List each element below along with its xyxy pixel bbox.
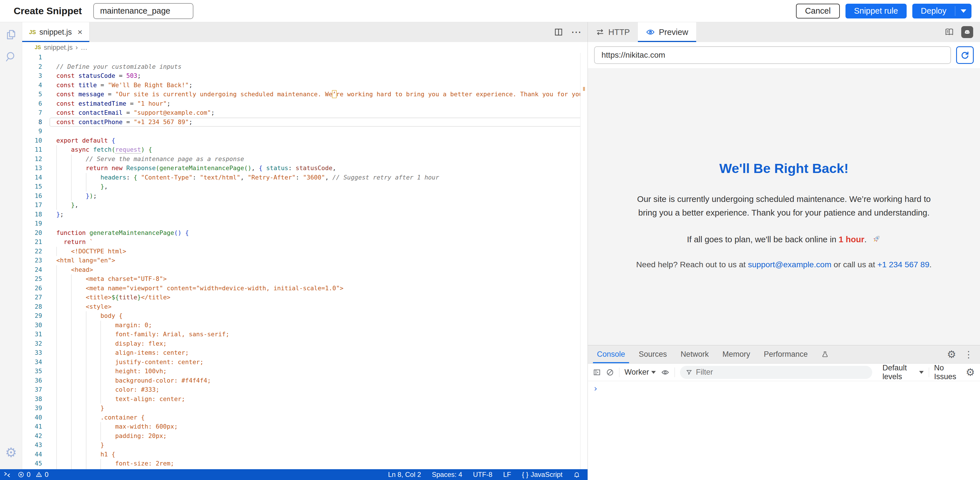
code-line[interactable]: 10export default { <box>22 136 587 146</box>
tab-sources[interactable]: Sources <box>632 345 674 363</box>
code-line[interactable]: 41max-width: 600px; <box>22 422 587 431</box>
code-line[interactable]: 19 <box>22 219 587 228</box>
search-icon[interactable] <box>5 51 18 63</box>
code-line[interactable]: 5const message = "Our site is currently … <box>22 90 587 99</box>
code-line[interactable]: 38text-align: center; <box>22 394 587 404</box>
code-line[interactable]: 44h1 { <box>22 450 587 459</box>
code-line[interactable]: 32display: flex; <box>22 339 587 349</box>
code-line[interactable]: 40.container { <box>22 413 587 422</box>
tab-preview[interactable]: Preview <box>638 22 696 42</box>
encoding-setting[interactable]: UTF-8 <box>473 470 492 478</box>
code-line[interactable]: 20function generateMaintenancePage() { <box>22 228 587 238</box>
warning-count: 0 <box>45 470 48 478</box>
code-line[interactable]: 16}); <box>22 192 587 201</box>
code-line[interactable]: 25<meta charset="UTF-8"> <box>22 274 587 284</box>
code-line[interactable]: 36background-color: #f4f4f4; <box>22 376 587 385</box>
tab-console[interactable]: Console <box>590 345 632 363</box>
support-email-link[interactable]: support@example.com <box>748 260 831 269</box>
code-line[interactable]: 17}, <box>22 201 587 210</box>
execution-context-dropdown[interactable]: Worker <box>625 368 656 377</box>
code-line[interactable]: 7const contactEmail = "support@example.c… <box>22 108 587 117</box>
devtools-panel: Console Sources Network Memory Performan… <box>588 345 980 480</box>
code-line[interactable]: 11async fetch(request) { <box>22 145 587 155</box>
code-line[interactable]: 42padding: 20px; <box>22 431 587 441</box>
clear-console-icon[interactable] <box>606 368 614 376</box>
url-input[interactable] <box>594 46 951 64</box>
tab-network[interactable]: Network <box>674 345 716 363</box>
discord-icon[interactable] <box>961 26 973 38</box>
flask-icon[interactable] <box>815 345 835 363</box>
code-line[interactable]: 35height: 100vh; <box>22 367 587 376</box>
snippet-rule-button[interactable]: Snippet rule <box>845 4 907 19</box>
code-line[interactable]: 23<html lang="en"> <box>22 256 587 265</box>
filter-input[interactable] <box>696 368 867 377</box>
eol-setting[interactable]: LF <box>503 470 511 478</box>
code-line[interactable]: 28<style> <box>22 302 587 312</box>
code-line[interactable]: 3const statusCode = 503; <box>22 71 587 81</box>
breadcrumb[interactable]: JS snippet.js › … <box>22 42 587 53</box>
code-line[interactable]: 26<meta name="viewport" content="width=d… <box>22 284 587 293</box>
devtools-settings-icon[interactable]: ⚙ <box>947 349 956 360</box>
code-line[interactable]: 30margin: 0; <box>22 321 587 330</box>
code-line[interactable]: 12// Serve the maintenance page as a res… <box>22 155 587 164</box>
code-line[interactable]: 37color: #333; <box>22 385 587 394</box>
issues-counter[interactable]: No Issues <box>934 364 960 381</box>
code-line[interactable]: 29body { <box>22 311 587 321</box>
code-line[interactable]: 8const contactPhone = "+1 234 567 89"; <box>22 117 587 127</box>
code-line[interactable]: 15}, <box>22 182 587 192</box>
more-actions-icon[interactable]: ⋯ <box>571 27 581 37</box>
code-line[interactable]: 22<!DOCTYPE html> <box>22 247 587 256</box>
code-line[interactable]: 18}; <box>22 210 587 219</box>
language-mode[interactable]: { } JavaScript <box>522 470 563 478</box>
close-icon[interactable]: × <box>78 27 83 37</box>
cursor-position[interactable]: Ln 8, Col 2 <box>388 470 421 478</box>
breadcrumb-more: … <box>81 43 87 51</box>
problems-indicator[interactable]: 0 0 <box>18 470 49 478</box>
deploy-button[interactable]: Deploy <box>912 6 955 16</box>
notifications-bell-icon[interactable] <box>573 471 580 478</box>
code-line[interactable]: 13return new Response(generateMaintenanc… <box>22 163 587 173</box>
preview-viewport: We'll Be Right Back! Our site is current… <box>588 68 980 345</box>
tab-http[interactable]: HTTP <box>588 22 638 42</box>
tab-performance[interactable]: Performance <box>757 345 815 363</box>
remote-indicator-icon[interactable] <box>3 471 11 478</box>
code-editor[interactable]: 12// Define your customizable inputs3con… <box>22 53 587 469</box>
tab-snippet-js[interactable]: JS snippet.js × <box>22 22 89 42</box>
devtools-menu-icon[interactable]: ⋮ <box>964 349 973 360</box>
code-line[interactable]: 31font-family: Arial, sans-serif; <box>22 330 587 339</box>
files-icon[interactable] <box>5 29 18 41</box>
cancel-button[interactable]: Cancel <box>796 4 840 19</box>
settings-gear-icon[interactable]: ⚙ <box>5 446 17 459</box>
levels-label: Default levels <box>883 364 917 381</box>
live-expression-eye-icon[interactable] <box>661 368 670 377</box>
code-line[interactable]: 24<head> <box>22 265 587 275</box>
phone-link[interactable]: +1 234 567 89 <box>877 260 929 269</box>
console-sidebar-toggle-icon[interactable] <box>593 368 601 376</box>
editor-tab-strip: JS snippet.js × ⋯ <box>22 22 587 42</box>
docs-book-icon[interactable] <box>944 27 955 37</box>
code-line[interactable]: 6const estimatedTime = "1 hour"; <box>22 99 587 108</box>
code-line[interactable]: 2// Define your customizable inputs <box>22 62 587 71</box>
code-line[interactable]: 34justify-content: center; <box>22 358 587 367</box>
console-settings-icon[interactable]: ⚙ <box>966 367 975 377</box>
code-line[interactable]: 9 <box>22 127 587 136</box>
code-line[interactable]: 46color: #0056b3; <box>22 468 587 469</box>
code-line[interactable]: 39} <box>22 404 587 413</box>
editor-scrollbar[interactable] <box>580 53 587 469</box>
code-line[interactable]: 14headers: { "Content-Type": "text/html"… <box>22 173 587 182</box>
code-line[interactable]: 1 <box>22 53 587 62</box>
deploy-dropdown-button[interactable] <box>955 6 972 16</box>
tab-memory[interactable]: Memory <box>716 345 757 363</box>
code-line[interactable]: 33align-items: center; <box>22 348 587 358</box>
console-output[interactable]: › <box>588 381 980 480</box>
code-line[interactable]: 43} <box>22 440 587 450</box>
code-line[interactable]: 21 return ` <box>22 238 587 247</box>
code-line[interactable]: 45font-size: 2rem; <box>22 459 587 468</box>
snippet-name-input[interactable] <box>93 3 193 19</box>
code-line[interactable]: 4const title = "We'll Be Right Back!"; <box>22 81 587 90</box>
log-levels-dropdown[interactable]: Default levels <box>883 364 924 381</box>
split-editor-icon[interactable] <box>554 27 563 36</box>
indentation-setting[interactable]: Spaces: 4 <box>432 470 462 478</box>
refresh-button[interactable] <box>956 46 974 64</box>
code-line[interactable]: 27<title>${title}</title> <box>22 293 587 302</box>
